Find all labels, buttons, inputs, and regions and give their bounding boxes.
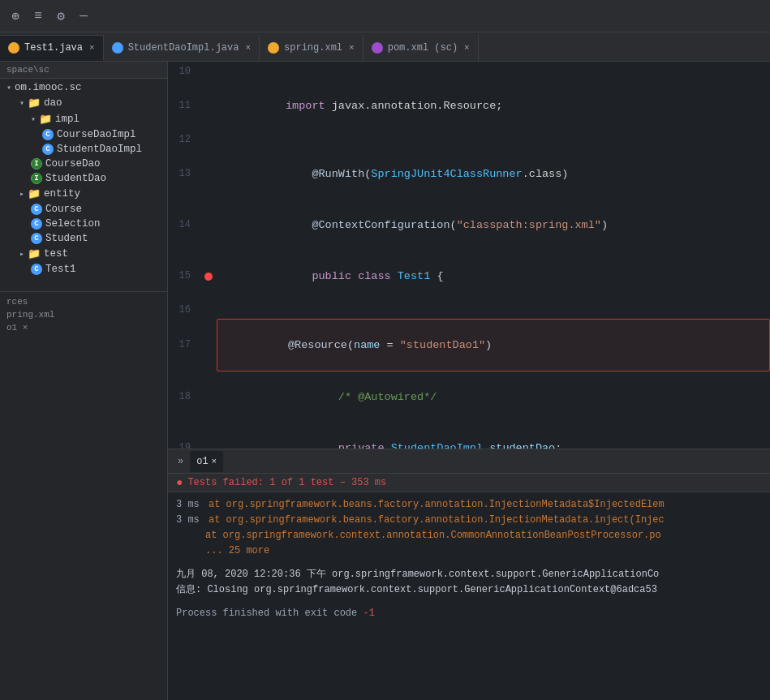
class-icon-test1: C (31, 264, 42, 275)
toolbar-icon-global[interactable]: ⊕ (6, 7, 24, 25)
class-icon-coursedao: I (31, 158, 42, 170)
code-line-16: 16 (168, 302, 770, 319)
console-process-line: Process finished with exit code -1 (176, 606, 762, 621)
sidebar-item-studentdaoimpl[interactable]: C StudentDaoImpl (0, 142, 167, 157)
exit-code: -1 (363, 608, 374, 619)
sidebar-item-course[interactable]: C Course (0, 202, 167, 217)
line-num-16: 16 (168, 302, 200, 319)
ms-indicator-1: 3 ms (176, 499, 200, 510)
sidebar-item-coursedaoimpl[interactable]: C CourseDaoImpl (0, 127, 167, 142)
tab-spring-xml[interactable]: spring.xml × (260, 35, 363, 61)
sidebar-sources[interactable]: rces (0, 295, 167, 308)
arrow-entity-icon: ▸ (19, 189, 24, 199)
code-line-10: 10 (168, 63, 770, 80)
sidebar-entity-label: entity (44, 188, 80, 200)
code-line-18: 18 /* @Autowired*/ (168, 371, 770, 423)
sidebar-test1-label: Test1 (45, 264, 76, 275)
sidebar-selection-label: Selection (45, 218, 101, 230)
sidebar-bottom: rces pring.xml o1 × (0, 291, 167, 337)
console-timestamp-line: 九月 08, 2020 12:20:36 下午 org.springframew… (176, 567, 762, 582)
class-icon-studentdaoimpl: C (42, 144, 54, 155)
console-line-4: ... 25 more (176, 543, 762, 559)
sidebar-studentdao-label: StudentDao (45, 173, 106, 184)
sidebar-item-impl[interactable]: ▾ 📁 impl (0, 111, 167, 127)
sidebar-item-test1[interactable]: C Test1 (0, 262, 167, 277)
folder-dao-icon: 📁 (28, 97, 41, 110)
ms-indicator-2: 3 ms (176, 514, 200, 526)
tab-bar: Test1.java × StudentDaoImpl.java × sprin… (0, 32, 770, 62)
console-line-2: 3 ms at org.springframework.beans.factor… (176, 513, 762, 528)
class-icon-selection: C (31, 218, 42, 230)
bottom-panel: » o1 × ● Tests failed: 1 of 1 test – 353… (168, 449, 770, 700)
error-dot-icon: ● (176, 476, 183, 489)
line-num-14: 14 (168, 217, 200, 234)
toolbar-icon-menu[interactable]: ≡ (29, 7, 47, 25)
panel-arrow-left[interactable]: » (174, 456, 187, 467)
sidebar-item-entity[interactable]: ▸ 📁 entity (0, 186, 167, 202)
line-num-18: 18 (168, 389, 200, 406)
tab-label-pomxml: pom.xml (sc) (388, 42, 458, 54)
sidebar-item-studentdao[interactable]: I StudentDao (0, 171, 167, 186)
line-content-17: @Resource(name = "studentDao1") (217, 319, 770, 371)
sidebar-item-test-folder[interactable]: ▸ 📁 test (0, 246, 167, 262)
console-text-2: at org.springframework.beans.factory.ann… (209, 514, 665, 526)
toolbar-icon-minimize[interactable]: — (75, 7, 92, 25)
sidebar-studentdaoimpl-label: StudentDaoImpl (57, 144, 142, 155)
panel-tab-o1-label: o1 (196, 456, 208, 467)
arrow-icon: ▾ (6, 83, 11, 92)
breakpoint-dot-15[interactable] (204, 273, 213, 281)
line-num-15: 15 (168, 268, 200, 285)
line-num-11: 11 (168, 97, 200, 114)
sidebar-coursedaoimpl-label: CourseDaoImpl (57, 129, 136, 140)
blank-2 (176, 598, 762, 606)
code-line-11: 11 import javax.annotation.Resource; (168, 80, 770, 131)
sidebar-path: space\sc (0, 62, 167, 79)
line-content-13: @RunWith(SpringJUnit4ClassRunner.class) (217, 148, 770, 200)
line-num-12: 12 (168, 131, 200, 148)
toolbar-icon-settings[interactable]: ⚙ (52, 7, 70, 25)
arrow-test-icon: ▸ (19, 249, 24, 259)
sidebar-springxml[interactable]: pring.xml (0, 308, 167, 321)
sidebar-item-coursedao[interactable]: I CourseDao (0, 157, 167, 171)
line-content-14: @ContextConfiguration("classpath:spring.… (217, 200, 770, 251)
line-content-18: /* @Autowired*/ (217, 371, 770, 423)
sidebar-coursedao-label: CourseDao (45, 158, 101, 170)
folder-entity-icon: 📁 (28, 187, 41, 200)
tab-icon-test1 (8, 42, 19, 54)
tab-studentdaoimpl[interactable]: StudentDaoImpl.java × (104, 35, 260, 61)
class-icon-studentdao: I (31, 173, 42, 184)
process-text: Process finished with exit code (176, 608, 363, 619)
console-output: 3 ms at org.springframework.beans.factor… (168, 492, 770, 626)
line-content-15: public class Test1 { (217, 251, 770, 302)
code-line-15: 15 public class Test1 { (168, 251, 770, 302)
class-icon-coursedaoimpl: C (42, 129, 54, 140)
tab-close-pomxml[interactable]: × (464, 43, 470, 53)
class-icon-student: C (31, 233, 42, 244)
main-layout: space\sc ▾ om.imooc.sc ▾ 📁 dao ▾ 📁 impl … (0, 62, 770, 700)
tab-close-studentdaoimpl[interactable]: × (245, 43, 251, 53)
sidebar-dao-label: dao (44, 97, 62, 109)
blank-1 (176, 559, 762, 567)
sidebar-item-student[interactable]: C Student (0, 231, 167, 246)
tab-close-test1[interactable]: × (89, 43, 95, 53)
sidebar-course-label: Course (45, 204, 82, 215)
tab-close-springxml[interactable]: × (349, 43, 355, 53)
sidebar-item-dao[interactable]: ▾ 📁 dao (0, 95, 167, 111)
console-info-line: 信息: Closing org.springframework.context.… (176, 582, 762, 598)
line-num-10: 10 (168, 63, 200, 80)
console-info-text: 信息: Closing org.springframework.context.… (176, 584, 657, 595)
console-error-bar: ● Tests failed: 1 of 1 test – 353 ms (168, 474, 770, 492)
panel-tab-o1[interactable]: o1 × (190, 451, 223, 472)
panel-tab-o1-close[interactable]: × (212, 457, 217, 466)
console-text-4: ... 25 more (176, 545, 269, 556)
tab-test1-java[interactable]: Test1.java × (0, 35, 104, 61)
console-text-3: at org.springframework.context.annotatio… (176, 530, 661, 541)
console-text-1: at org.springframework.beans.factory.ann… (209, 499, 665, 510)
sidebar-o1[interactable]: o1 × (0, 321, 167, 334)
line-content-11: import javax.annotation.Resource; (217, 80, 770, 131)
tab-pom-xml[interactable]: pom.xml (sc) × (363, 35, 479, 61)
sidebar-item-package[interactable]: ▾ om.imooc.sc (0, 80, 167, 95)
code-line-13: 13 @RunWith(SpringJUnit4ClassRunner.clas… (168, 148, 770, 200)
sidebar-item-selection[interactable]: C Selection (0, 217, 167, 231)
console-line-1: 3 ms at org.springframework.beans.factor… (176, 497, 762, 513)
